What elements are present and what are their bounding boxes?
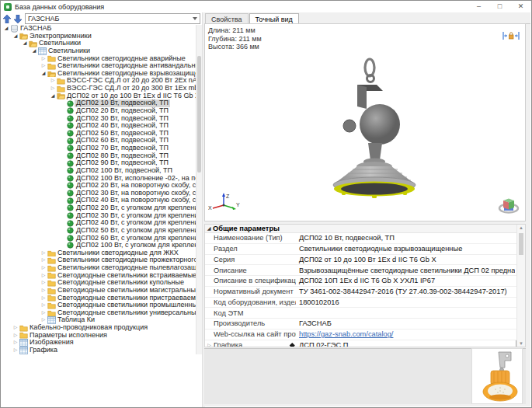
property-value[interactable]: ГАЗСНАБ xyxy=(296,319,515,327)
tree-item[interactable]: ДСП02 40 Вт, на поворотную скобу, с блок… xyxy=(1,197,196,204)
tree-item[interactable]: ДСП02 30 Вт, с уголком для крепления Т xyxy=(1,212,196,220)
maximize-icon[interactable]: □ xyxy=(489,1,510,12)
tree-item[interactable]: ДСП02 60 Вт, подвесной, ТП xyxy=(1,137,196,145)
tree-item[interactable]: ▷Светильники светодиодные для ЖКХ xyxy=(1,249,196,257)
expand-collapse-icon[interactable]: ▷ xyxy=(40,62,47,70)
property-row[interactable]: ОписаниеВзрывозащищённые светодиодные св… xyxy=(205,265,525,276)
chevron-down-icon[interactable] xyxy=(193,17,197,20)
expand-collapse-icon[interactable]: ▷ xyxy=(40,279,47,287)
expand-collapse-icon[interactable]: ▷ xyxy=(12,324,19,332)
tree-item[interactable]: ◢Светильники светодиодные взрывозащищенн… xyxy=(1,70,196,78)
tree-item[interactable]: ▷Изображения xyxy=(1,339,196,347)
property-value[interactable]: https://gaz-snab.com/catalog/ xyxy=(296,330,515,338)
tree-scrollbar-thumb[interactable] xyxy=(197,56,201,173)
tree-item[interactable]: ▷Светодиодные светильники универсальные xyxy=(1,309,196,317)
expand-collapse-icon[interactable]: ▷ xyxy=(12,347,19,354)
minimize-icon[interactable]: – xyxy=(468,1,489,12)
tree-item[interactable]: ДСП02 60 Вт, с уголком для крепления Т xyxy=(1,235,196,242)
tree-item[interactable]: ДСП02 30 Вт, на поворотную скобу, с блок… xyxy=(1,190,196,197)
tree-item[interactable]: ДСП02 30 Вт, подвесной, ТП xyxy=(1,115,196,123)
property-row[interactable]: Web-ссылка на сайт производителяhttps://… xyxy=(205,330,525,340)
tree-item[interactable]: ◢Электроприемники xyxy=(1,33,196,40)
tree-item[interactable]: ДСП02 20 Вт, подвесной, ТП xyxy=(1,107,196,115)
orientation-cube-icon[interactable] xyxy=(497,196,520,218)
property-value[interactable]: ДСП02 10 Вт, подвесной, ТП xyxy=(296,234,515,242)
property-group-header[interactable]: ◢ Общие параметры xyxy=(205,225,525,233)
tree-item[interactable]: ДСП02 50 Вт, подвесной, ТП xyxy=(1,130,196,138)
expand-collapse-icon[interactable]: ▷ xyxy=(12,332,19,340)
tree-item[interactable]: ДСП02 100 Вт, подвесной, ТП xyxy=(1,167,196,175)
tree-item[interactable]: ▷Таблица Ки xyxy=(1,316,196,324)
tree-item[interactable]: ▷Кабельно-проводниковая продукция xyxy=(1,324,196,332)
property-row[interactable]: РазделСветильники светодиодные взрывозащ… xyxy=(205,244,525,255)
expand-collapse-icon[interactable]: ▷ xyxy=(50,85,56,92)
tree-item[interactable]: ▷ВЭСС-ГЭС СД.Л от 20 до 300 Вт 1Ex mb II… xyxy=(1,85,196,92)
expand-collapse-icon[interactable]: ◢ xyxy=(12,33,19,40)
expand-collapse-icon[interactable]: ▷ xyxy=(40,264,47,272)
property-value[interactable]: ТУ 3461-002-38442947-2016 (ТУ 27.40.39-0… xyxy=(296,288,515,295)
tree-item[interactable]: ◢ДСП02 от 10 до 100 Вт 1Ex d IIC T6 Gb X xyxy=(1,92,196,100)
expand-collapse-icon[interactable]: ▷ xyxy=(205,342,214,347)
tree-item[interactable]: ▷Графика xyxy=(1,347,196,354)
tree-item[interactable]: ДСП02 90 Вт, подвесной, ТП xyxy=(1,159,196,167)
grid-scrollbar-thumb[interactable] xyxy=(519,233,523,255)
tree-item[interactable]: ДСП02 100 Вт, исполнение -02-, на поворо… xyxy=(1,175,196,183)
tree-item[interactable]: ▷Светильники светодиодные прожекторного … xyxy=(1,256,196,264)
expand-collapse-icon[interactable]: ▷ xyxy=(40,272,47,280)
tree-item[interactable]: ▷Светодиодные светильники магистральные xyxy=(1,287,196,295)
navigate-down-button[interactable] xyxy=(13,14,23,23)
tree-item[interactable]: ▷Параметры исполнения xyxy=(1,332,196,340)
expand-collapse-icon[interactable]: ▷ xyxy=(40,249,47,257)
tree-item[interactable]: ДСП02 10 Вт, подвесной, ТП xyxy=(1,99,196,107)
close-icon[interactable]: ✕ xyxy=(510,1,531,12)
expand-collapse-icon[interactable]: ◢ xyxy=(50,92,56,100)
tab-properties[interactable]: Свойства xyxy=(205,13,249,23)
property-row[interactable]: СерияДСП02 от 10 до 100 Вт 1Ex d IIC T6 … xyxy=(205,255,525,266)
property-value[interactable]: 1800102016 xyxy=(296,298,515,306)
tree-item[interactable]: ДСП02 70 Вт, подвесной, ТП xyxy=(1,145,196,152)
expand-collapse-icon[interactable]: ◢ xyxy=(22,40,28,47)
tree-item[interactable]: ▷Светодиодные светильники промышленные xyxy=(1,302,196,309)
tree-item[interactable]: ДСП02 100 Вт, с уголком для крепления Т xyxy=(1,242,196,249)
expand-collapse-icon[interactable]: ▷ xyxy=(40,287,47,295)
tab-exact-view[interactable]: Точный вид xyxy=(249,13,299,23)
tree-item[interactable]: ▷Светильники светодиодные пылевлагозащищ… xyxy=(1,264,196,272)
manufacturer-website-link[interactable]: https://gaz-snab.com/catalog/ xyxy=(299,330,393,338)
tree-item[interactable]: ▷Светильники светодиодные антивандальные xyxy=(1,62,196,70)
property-value[interactable]: Взрывозащищённые светодиодные светильник… xyxy=(296,267,515,274)
tree-item[interactable]: ДСП02 40 Вт, с уголком для крепления Т xyxy=(1,219,196,227)
tree-item[interactable]: ДСП02 80 Вт, подвесной, ТП xyxy=(1,152,196,160)
property-value[interactable]: ДСП 02-ГЭС П xyxy=(296,341,515,347)
tree-item[interactable]: ▷ВЭСС-ГЭС СД.Л от 20 до 200 Вт 2Ex nA II… xyxy=(1,77,196,85)
property-row[interactable]: Наименование (Тип)ДСП02 10 Вт, подвесной… xyxy=(205,233,525,244)
tree-item[interactable]: ДСП02 50 Вт, с уголком для крепления Т xyxy=(1,227,196,235)
property-row[interactable]: Нормативный документТУ 3461-002-38442947… xyxy=(205,287,525,298)
property-row[interactable]: Код ЭТМ xyxy=(205,308,525,319)
expand-collapse-icon[interactable]: ▷ xyxy=(50,77,56,85)
expand-collapse-icon[interactable]: ▷ xyxy=(40,316,47,324)
expand-collapse-icon[interactable]: ◢ xyxy=(40,70,47,78)
tree-item[interactable]: ДСП02 20 Вт, с уголком для крепления Т xyxy=(1,204,196,212)
tree-item[interactable]: ◢ГАЗСНАБ xyxy=(1,25,196,33)
root-selector-combobox[interactable]: ГАЗСНАБ xyxy=(25,13,200,24)
tree-item[interactable]: ◢Светильники xyxy=(1,47,196,55)
property-value[interactable]: ДСП02 10П 1Ex d IIC T6 Gb X УХЛ1 IP67 xyxy=(296,277,515,284)
expand-collapse-icon[interactable]: ▷ xyxy=(40,55,47,63)
tree-item[interactable]: ДСП02 20 Вт, на поворотную скобу, с блок… xyxy=(1,182,196,190)
property-row[interactable]: Код оборудования, изделия, матери...1800… xyxy=(205,298,525,309)
expand-collapse-icon[interactable]: ▷ xyxy=(40,295,47,302)
tree-item[interactable]: ▷Светодиодные светильники встраиваемые xyxy=(1,272,196,280)
viewer-3d[interactable]: Длина: 211 мм Глубина: 211 мм Высота: 36… xyxy=(204,23,526,221)
property-row[interactable]: ПроизводительГАЗСНАБ xyxy=(205,319,525,330)
expand-collapse-icon[interactable]: ▷ xyxy=(40,309,47,317)
expand-collapse-icon[interactable]: ▷ xyxy=(12,339,19,347)
grid-scrollbar[interactable]: ▲ ▼ xyxy=(516,225,525,347)
tree-item[interactable]: ▷Светодиодные светильники купольные xyxy=(1,279,196,287)
scroll-up-icon[interactable]: ▲ xyxy=(517,225,525,230)
tree-item[interactable]: ◢Светильники xyxy=(1,40,196,47)
expand-collapse-icon[interactable]: ▷ xyxy=(40,256,47,264)
expand-collapse-icon[interactable]: ◢ xyxy=(3,25,9,33)
tree-scrollbar[interactable] xyxy=(196,25,202,354)
property-value[interactable]: Светильники светодиодные взрывозащищенны… xyxy=(296,245,515,253)
property-row[interactable]: ▷ГрафикаДСП 02-ГЭС П… xyxy=(205,340,525,348)
